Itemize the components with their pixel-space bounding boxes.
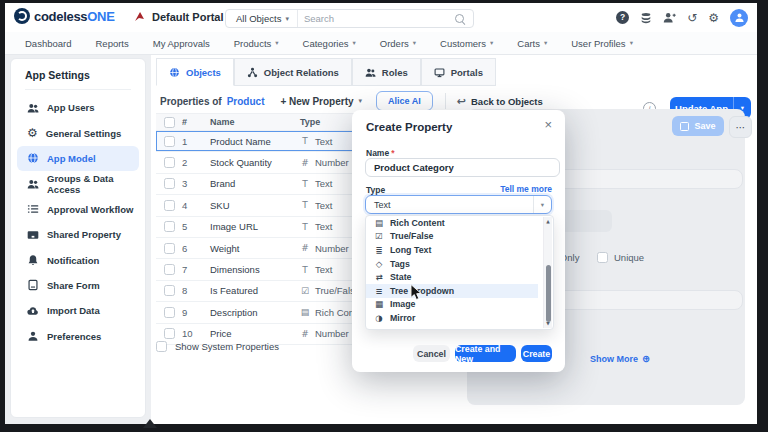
select-all-checkbox[interactable] [164, 117, 175, 128]
sidebar-item-shared-property[interactable]: Shared Property [17, 222, 139, 247]
row-checkbox[interactable] [164, 285, 175, 296]
sidebar-item-app-users[interactable]: App Users [17, 95, 139, 120]
nav-item-orders[interactable]: Orders▾ [380, 38, 416, 49]
scroll-up-icon[interactable]: ▲ [544, 219, 552, 224]
user-avatar[interactable] [730, 9, 748, 27]
row-checkbox[interactable] [164, 221, 175, 232]
tags-icon: ◇ [374, 259, 384, 269]
show-system-properties[interactable]: Show System Properties [156, 341, 279, 352]
type-select[interactable]: Text ▾ [365, 195, 552, 214]
tab-objects[interactable]: Objects [156, 58, 234, 86]
object-name-link[interactable]: Product [227, 96, 265, 107]
new-property-button[interactable]: + New Property▾ [280, 96, 362, 107]
person-icon [734, 12, 745, 23]
close-icon[interactable]: × [544, 118, 552, 131]
create-button[interactable]: Create [521, 345, 552, 362]
network-icon [247, 67, 258, 78]
portal-name: Default Portal [152, 11, 224, 23]
tell-me-more-link[interactable]: Tell me more [500, 184, 552, 194]
tab-roles[interactable]: Roles [352, 58, 421, 86]
row-checkbox[interactable] [164, 200, 175, 211]
plus-circle-icon: ⊕ [642, 353, 650, 364]
true-false-icon: ☑ [374, 231, 384, 241]
bell-icon [27, 254, 39, 266]
nav-item-products[interactable]: Products▾ [234, 38, 279, 49]
help-icon[interactable]: ? [616, 11, 629, 24]
unique-checkbox[interactable]: Unique [597, 252, 644, 263]
text-type-icon: T [300, 200, 310, 210]
col-name: Name [210, 117, 300, 127]
sidebar-item-import-data[interactable]: Import Data [17, 298, 139, 323]
app-window: codelessONE Default Portal All Objects▾ … [5, 3, 757, 424]
image-icon: ▦ [374, 299, 384, 309]
row-checkbox[interactable] [164, 307, 175, 318]
row-checkbox[interactable] [164, 157, 175, 168]
person-icon [27, 330, 39, 342]
nav-item-dashboard[interactable]: Dashboard [25, 38, 71, 49]
checkbox-icon[interactable] [597, 252, 608, 263]
groups-icon [27, 178, 39, 190]
history-icon[interactable]: ↺ [687, 12, 697, 24]
name-field[interactable]: Product Category [365, 158, 560, 177]
option-image[interactable]: ▦Image [366, 298, 538, 312]
row-checkbox[interactable] [164, 178, 175, 189]
nav-item-user-profiles[interactable]: User Profiles▾ [571, 38, 633, 49]
sidebar-item-general-settings[interactable]: ⚙General Settings [17, 120, 139, 145]
nav-item-customers[interactable]: Customers▾ [440, 38, 493, 49]
chevron-down-icon: ▾ [533, 196, 551, 213]
settings-gear-icon[interactable]: ⚙ [708, 12, 719, 24]
option-tags[interactable]: ◇Tags [366, 257, 538, 271]
option-mirror[interactable]: ◑Mirror [366, 311, 538, 325]
row-checkbox[interactable] [164, 136, 175, 147]
search-icon [455, 14, 464, 23]
show-more-link[interactable]: Show More⊕ [590, 353, 650, 364]
number-type-icon: # [300, 158, 310, 168]
search-scope-select[interactable]: All Objects▾ [226, 10, 298, 27]
alice-ai-button[interactable]: Alice AI [376, 91, 433, 111]
divider [25, 89, 131, 90]
search-input[interactable] [298, 13, 455, 24]
state-icon: ⇄ [374, 272, 384, 282]
portal-switcher[interactable]: Default Portal [133, 10, 224, 23]
create-and-new-button[interactable]: Create and New [455, 345, 516, 362]
nav-item-my-approvals[interactable]: My Approvals [153, 38, 210, 49]
col-num: # [182, 117, 210, 127]
row-checkbox[interactable] [164, 264, 175, 275]
option-tree-dropdown[interactable]: ≡Tree Dropdown [366, 284, 538, 298]
option-true-false[interactable]: ☑True/False [366, 230, 538, 244]
brand-text: codelessONE [34, 9, 115, 24]
sidebar-item-approval-workflow[interactable]: Approval Workflow [17, 197, 139, 222]
row-checkbox[interactable] [164, 328, 175, 339]
chevron-down-icon: ▾ [544, 39, 547, 47]
tab-object-relations[interactable]: Object Relations [234, 58, 352, 86]
option-rich-content[interactable]: ▤Rich Content [366, 216, 538, 230]
gear-icon: ⚙ [27, 127, 38, 139]
chevron-down-icon: ▾ [359, 97, 363, 105]
option-long-text[interactable]: ≣Long Text [366, 243, 538, 257]
cancel-button[interactable]: Cancel [413, 345, 450, 362]
rich-content-type-icon: ▤ [300, 307, 310, 317]
row-checkbox[interactable] [164, 243, 175, 254]
text-type-icon: T [300, 136, 310, 146]
database-icon[interactable] [640, 12, 652, 24]
sidebar-item-app-model[interactable]: App Model [17, 146, 139, 171]
add-user-icon[interactable] [663, 11, 676, 24]
nav-item-carts[interactable]: Carts▾ [517, 38, 547, 49]
sidebar-item-notification[interactable]: Notification [17, 247, 139, 272]
option-state[interactable]: ⇄State [366, 270, 538, 284]
more-options-button[interactable]: ⋯ [729, 116, 752, 138]
nav-item-categories[interactable]: Categories▾ [303, 38, 356, 49]
back-to-objects-button[interactable]: ↩Back to Objects [457, 95, 543, 108]
dropdown-scrollbar[interactable]: ▲ ▼ [543, 217, 552, 328]
checkbox-icon[interactable] [156, 341, 167, 352]
save-button[interactable]: Save [672, 116, 724, 136]
nav-item-reports[interactable]: Reports [95, 38, 128, 49]
scrollbar-thumb[interactable] [546, 265, 551, 322]
model-tabs: Objects Object Relations Roles Portals [156, 58, 496, 86]
brand-logo[interactable]: codelessONE [14, 8, 115, 24]
sidebar-item-groups-data-access[interactable]: Groups & Data Access [17, 171, 139, 196]
tab-portals[interactable]: Portals [421, 58, 496, 86]
sidebar-item-preferences[interactable]: Preferences [17, 324, 139, 349]
sidebar-item-share-form[interactable]: Share Form [17, 273, 139, 298]
chevron-down-icon: ▾ [275, 39, 278, 47]
